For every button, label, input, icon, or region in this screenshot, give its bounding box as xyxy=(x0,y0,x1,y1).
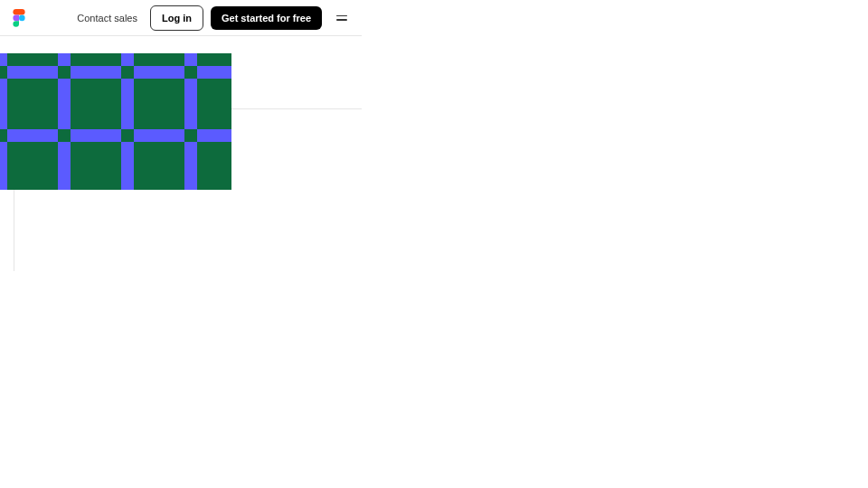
horizontal-divider xyxy=(231,108,362,109)
hamburger-menu-icon[interactable] xyxy=(335,10,349,26)
login-button[interactable]: Log in xyxy=(150,5,203,31)
contact-sales-link[interactable]: Contact sales xyxy=(71,7,143,29)
figma-logo[interactable] xyxy=(13,9,25,27)
get-started-button[interactable]: Get started for free xyxy=(211,6,322,30)
decorative-pattern xyxy=(0,53,231,190)
header-nav: Contact sales Log in Get started for fre… xyxy=(71,5,349,31)
pattern-grid xyxy=(0,53,231,190)
page-header: Contact sales Log in Get started for fre… xyxy=(0,0,362,36)
svg-point-0 xyxy=(19,14,25,21)
figma-logo-icon xyxy=(13,9,25,27)
